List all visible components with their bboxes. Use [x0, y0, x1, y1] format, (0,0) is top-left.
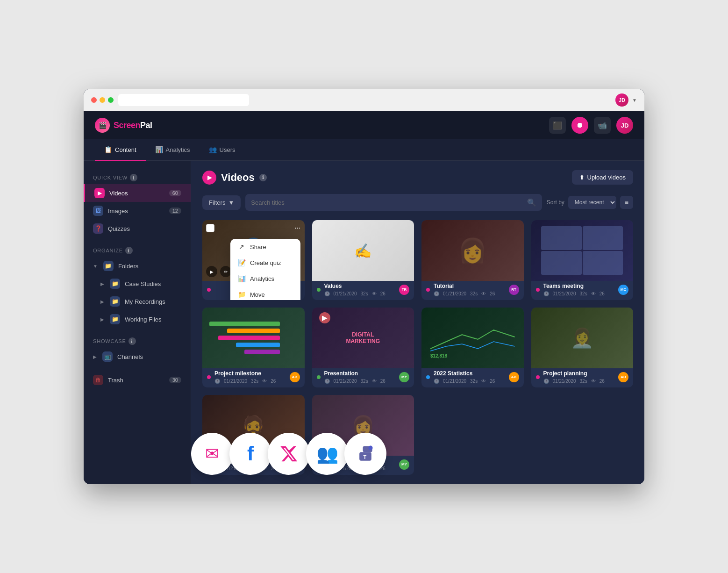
browser-window: JD ▼ 🎬 ScreenPal ⬛ ⏺ 📹 JD 📋 Con [84, 89, 644, 484]
video-card-7[interactable]: $12,818 2022 Statistics 🕐 01/21/ [421, 308, 524, 387]
showcase-info-icon[interactable]: ℹ [128, 337, 136, 345]
edit-action-icon[interactable]: ✏ [220, 266, 231, 277]
twitter-share-btn[interactable] [268, 433, 310, 475]
avatar-2: TR [399, 285, 409, 295]
video-title-2: Values [324, 283, 385, 289]
dm-subtitle-text: MARKETING [346, 338, 380, 344]
avatar-5: AB [290, 372, 300, 382]
duration-8: 32s [580, 379, 587, 384]
facebook-share-btn[interactable]: f [229, 433, 271, 475]
sidebar-item-images[interactable]: 🖼 Images 12 [84, 202, 191, 220]
group-share-btn[interactable]: 👥 [306, 433, 348, 475]
teams-share-btn[interactable]: T [344, 433, 386, 475]
email-share-btn[interactable]: ✉ [191, 433, 233, 475]
sidebar-item-working-files[interactable]: ▶ 📁 Working Files [84, 310, 191, 328]
video-card-5[interactable]: Project milestone 🕐 01/21/2020 32s 👁 26 [202, 308, 305, 387]
traffic-light-yellow[interactable] [100, 97, 105, 103]
browser-chrome: JD ▼ [84, 89, 644, 111]
sidebar-item-folders[interactable]: ▼ 📁 Folders [84, 257, 191, 275]
video-card-4[interactable]: Teams meeting 🕐 01/21/2020 32s 👁 26 [531, 220, 634, 300]
video-meta-8: 🕐 01/21/2020 32s 👁 26 [543, 379, 605, 384]
sidebar-item-trash[interactable]: 🗑 Trash 30 [84, 371, 191, 389]
social-icons-overlay: ✉ f 👥 [191, 433, 383, 484]
date-icon-2: 🕐 [324, 291, 330, 296]
video-thumb-2: ✍ [312, 220, 414, 281]
quick-view-label: Quick view ℹ [84, 170, 191, 184]
video-card-1[interactable]: 👤 ··· ▶ ✏ ↗ [202, 220, 305, 300]
ctx-create-quiz[interactable]: 📝 Create quiz [230, 255, 300, 271]
title-info-icon[interactable]: ℹ [259, 174, 267, 181]
filter-chevron-icon: ▼ [228, 199, 234, 206]
card-footer-3: Tutorial 🕐 01/21/2020 32s 👁 26 [421, 281, 524, 300]
tab-analytics[interactable]: 📊 Analytics [146, 139, 200, 161]
video-meta-7: 🕐 01/21/2020 32s 👁 26 [434, 379, 495, 384]
video-card-3[interactable]: 👩 Tutorial 🕐 01/21/2020 32 [421, 220, 524, 300]
views-6: 26 [380, 379, 385, 384]
search-bar: Filters ▼ 🔍 Sort by Most recent ≡ [202, 194, 633, 211]
quick-view-info-icon[interactable]: ℹ [130, 174, 137, 181]
user-avatar[interactable]: JD [616, 117, 633, 134]
recordings-arrow-icon: ▶ [100, 299, 104, 304]
checkbox-1[interactable] [206, 224, 214, 232]
sidebar-item-channels[interactable]: ▶ 📺 Channels [84, 348, 191, 365]
video-card-2[interactable]: ✍ Values 🕐 01/21/2020 32s [312, 220, 414, 300]
teams-icon: T [355, 444, 376, 464]
trash-count: 30 [169, 377, 181, 383]
date-7: 01/21/2020 [443, 379, 466, 384]
browser-user-avatar[interactable]: JD [615, 93, 628, 107]
play-action-icon[interactable]: ▶ [206, 266, 217, 277]
traffic-light-red[interactable] [91, 97, 97, 103]
sidebar-item-quizzes[interactable]: ❓ Quizzes [84, 220, 191, 237]
date-icon-3: 🕐 [434, 291, 439, 296]
views-icon-5: 👁 [262, 379, 267, 384]
date-icon-5: 🕐 [214, 379, 220, 384]
camera-btn[interactable]: 📹 [594, 117, 611, 134]
facebook-icon: f [247, 443, 254, 465]
images-icon: 🖼 [93, 206, 103, 216]
avatar-10: MY [399, 459, 409, 470]
views-4: 26 [600, 291, 605, 296]
content-title: ▶ Videos ℹ [202, 171, 267, 185]
tab-content[interactable]: 📋 Content [95, 139, 146, 161]
sidebar-item-my-recordings[interactable]: ▶ 📁 My Recordings [84, 293, 191, 310]
organize-info-icon[interactable]: ℹ [125, 247, 133, 254]
date-2: 01/21/2020 [334, 291, 357, 296]
video-card-8[interactable]: 👩‍💼 Project planning 🕐 01/21/2020 [531, 308, 634, 387]
views-icon-2: 👁 [372, 291, 377, 296]
views-icon-6: 👁 [372, 379, 377, 384]
channels-arrow-icon: ▶ [93, 354, 97, 359]
list-view-button[interactable]: ≡ [620, 196, 633, 209]
logo-text: ScreenPal [114, 121, 152, 130]
ctx-move[interactable]: 📁 Move [230, 286, 300, 300]
card-footer-2: Values 🕐 01/21/2020 32s 👁 26 [312, 281, 414, 300]
record-btn[interactable]: ⏺ [571, 117, 588, 134]
date-icon-8: 🕐 [543, 379, 549, 384]
video-meta-3: 🕐 01/21/2020 32s 👁 26 [434, 291, 495, 296]
duration-7: 32s [470, 379, 478, 384]
filters-button[interactable]: Filters ▼ [202, 195, 241, 210]
video-status-dot-4 [536, 288, 540, 292]
views-icon-7: 👁 [481, 379, 486, 384]
folder-icon: 📁 [103, 261, 114, 271]
video-card-6[interactable]: DIGITAL MARKETING ▶ Presentation [312, 308, 414, 387]
top-nav: 🎬 ScreenPal ⬛ ⏺ 📹 JD [84, 111, 644, 139]
sidebar-item-case-studies[interactable]: ▶ 📁 Case Studies [84, 275, 191, 293]
sort-select[interactable]: Most recent [568, 196, 616, 209]
logo[interactable]: 🎬 ScreenPal [95, 118, 152, 133]
ctx-move-icon: 📁 [238, 291, 245, 298]
screen-capture-btn[interactable]: ⬛ [549, 117, 566, 134]
video-status-dot-1 [207, 288, 211, 292]
upload-icon: ⬆ [579, 174, 585, 181]
sidebar-item-videos[interactable]: ▶ Videos 60 [84, 184, 191, 202]
three-dots-icon-1[interactable]: ··· [294, 224, 300, 232]
search-input[interactable] [251, 199, 527, 206]
address-bar[interactable] [118, 94, 249, 106]
dm-title-text: DIGITAL [346, 331, 380, 338]
traffic-light-green[interactable] [108, 97, 114, 103]
tab-users[interactable]: 👥 Users [200, 139, 245, 161]
video-meta-5: 🕐 01/21/2020 32s 👁 26 [214, 379, 276, 384]
svg-point-2 [368, 446, 372, 450]
ctx-share[interactable]: ↗ Share [230, 239, 300, 255]
upload-videos-button[interactable]: ⬆ Upload videos [572, 170, 633, 185]
ctx-analytics[interactable]: 📊 Analytics [230, 271, 300, 286]
